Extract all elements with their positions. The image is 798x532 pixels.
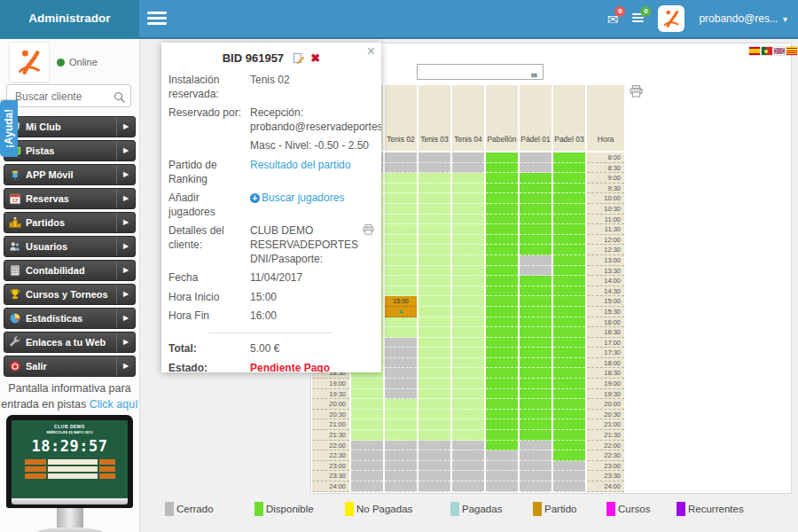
- slot-cell[interactable]: [553, 379, 585, 389]
- flag-catalonia-icon[interactable]: [786, 47, 797, 55]
- slot-cell[interactable]: [452, 481, 484, 492]
- slot-cell[interactable]: [553, 153, 585, 163]
- slot-cell[interactable]: [452, 204, 484, 215]
- slot-cell[interactable]: [385, 348, 417, 358]
- sidebar-item-contabilidad[interactable]: Contabilidad▶: [4, 260, 136, 281]
- slot-cell[interactable]: [351, 399, 383, 410]
- slot-cell[interactable]: [452, 441, 484, 451]
- slot-cell[interactable]: [385, 389, 417, 400]
- slot-cell[interactable]: [452, 215, 484, 225]
- slot-cell[interactable]: [553, 358, 585, 369]
- print-icon[interactable]: [630, 85, 643, 101]
- slot-cell[interactable]: [452, 184, 484, 194]
- slot-cell[interactable]: [419, 224, 450, 235]
- slot-cell[interactable]: [385, 286, 417, 297]
- search-icon[interactable]: [113, 90, 125, 106]
- search-players-link[interactable]: Buscar jugadores: [262, 192, 344, 204]
- slot-cell[interactable]: [419, 204, 450, 215]
- slot-cell[interactable]: [385, 471, 417, 481]
- slot-cell[interactable]: 15:00: [385, 296, 417, 307]
- slot-cell[interactable]: [486, 296, 518, 307]
- slot-cell[interactable]: [452, 379, 484, 389]
- slot-cell[interactable]: [385, 450, 417, 461]
- slot-cell[interactable]: [520, 399, 552, 410]
- slot-cell[interactable]: [553, 307, 585, 317]
- slot-cell[interactable]: [385, 419, 417, 430]
- slot-cell[interactable]: [452, 317, 484, 328]
- slot-cell[interactable]: [486, 286, 518, 297]
- slot-cell[interactable]: [520, 481, 552, 492]
- slot-cell[interactable]: [553, 286, 585, 297]
- search-input[interactable]: [13, 86, 116, 107]
- slot-cell[interactable]: [553, 461, 585, 472]
- slot-cell[interactable]: [385, 441, 417, 451]
- slot-cell[interactable]: [553, 389, 585, 400]
- slot-cell[interactable]: [452, 327, 484, 338]
- slot-cell[interactable]: [553, 368, 585, 379]
- slot-cell[interactable]: [452, 399, 484, 410]
- sidebar-item-reservas[interactable]: 12Reservas▶: [4, 188, 136, 209]
- slot-cell[interactable]: [553, 450, 585, 461]
- slot-cell[interactable]: [351, 430, 383, 441]
- slot-cell[interactable]: [452, 286, 484, 297]
- slot-cell[interactable]: [520, 255, 552, 266]
- help-tab[interactable]: ¡Ayuda!: [0, 100, 18, 157]
- slot-cell[interactable]: [486, 379, 518, 389]
- info-screen-preview[interactable]: CLUB DEMO MIÉRCOLES 29 MAYO 2013 18:29:5…: [6, 415, 133, 532]
- slot-cell[interactable]: [553, 410, 585, 420]
- slot-cell[interactable]: [553, 224, 585, 235]
- slot-cell[interactable]: [385, 358, 417, 369]
- slot-cell[interactable]: [452, 348, 484, 358]
- slot-cell[interactable]: [419, 235, 450, 246]
- slot-cell[interactable]: [520, 266, 552, 277]
- match-result-link[interactable]: Resultado del partido: [250, 159, 350, 171]
- slot-cell[interactable]: [486, 338, 518, 348]
- slot-cell[interactable]: [486, 399, 518, 410]
- slot-cell[interactable]: [520, 307, 552, 317]
- slot-cell[interactable]: [520, 235, 552, 246]
- slot-cell[interactable]: [553, 235, 585, 246]
- sidebar-item-estadisticas[interactable]: Estadísticas▶: [4, 308, 136, 329]
- slot-cell[interactable]: [419, 245, 450, 255]
- slot-cell[interactable]: [419, 286, 450, 297]
- slot-cell[interactable]: [419, 481, 450, 492]
- slot-cell[interactable]: [385, 215, 417, 225]
- slot-cell[interactable]: [385, 255, 417, 266]
- slot-cell[interactable]: [486, 255, 518, 266]
- slot-cell[interactable]: [553, 430, 585, 441]
- slot-cell[interactable]: [385, 481, 417, 492]
- print-icon[interactable]: [363, 224, 374, 239]
- slot-cell[interactable]: [351, 481, 383, 492]
- slot-cell[interactable]: [351, 419, 383, 430]
- slot-cell[interactable]: [520, 450, 552, 461]
- slot-cell[interactable]: [385, 276, 417, 286]
- slot-cell[interactable]: [351, 441, 383, 451]
- slot-cell[interactable]: [351, 389, 383, 400]
- slot-cell[interactable]: [553, 276, 585, 286]
- slot-cell[interactable]: [553, 419, 585, 430]
- slot-cell[interactable]: [419, 184, 450, 194]
- slot-cell[interactable]: [553, 296, 585, 307]
- slot-cell[interactable]: [520, 296, 552, 307]
- slot-cell[interactable]: [452, 338, 484, 348]
- slot-cell[interactable]: [520, 173, 552, 184]
- slot-cell[interactable]: [385, 173, 417, 184]
- slot-cell[interactable]: [553, 348, 585, 358]
- slot-cell[interactable]: [520, 286, 552, 297]
- slot-cell[interactable]: [520, 245, 552, 255]
- slot-cell[interactable]: [486, 215, 518, 225]
- slot-cell[interactable]: [486, 441, 518, 451]
- slot-cell[interactable]: [385, 327, 417, 338]
- slot-cell[interactable]: [351, 471, 383, 481]
- slot-cell[interactable]: [419, 368, 450, 379]
- slot-cell[interactable]: [486, 153, 518, 163]
- slot-cell[interactable]: [553, 327, 585, 338]
- slot-cell[interactable]: [486, 245, 518, 255]
- slot-cell[interactable]: [452, 461, 484, 472]
- slot-cell[interactable]: [520, 430, 552, 441]
- slot-cell[interactable]: [419, 163, 450, 174]
- account-menu[interactable]: probando@res...▾: [699, 12, 787, 25]
- slot-cell[interactable]: [486, 173, 518, 184]
- slot-cell[interactable]: [520, 317, 552, 328]
- calendar-picker-icon[interactable]: 06: [531, 65, 542, 77]
